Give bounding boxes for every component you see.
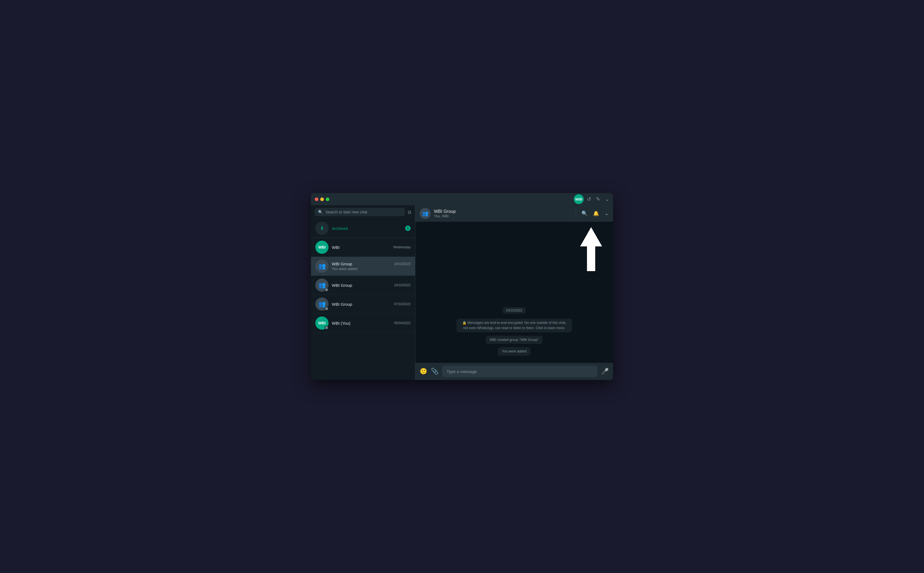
avatar-wbi-group-3: 👥 ↺ [315,297,328,311]
chat-item-wbi-group-3[interactable]: 👥 ↺ WBI Group 07/10/2022 [311,295,415,314]
sidebar-header: 🔍 ⊟ [311,205,415,219]
status-badge-2: ↺ [325,288,328,292]
group-icon-3: 👥 [318,301,326,308]
chat-time-wbi-you: 05/04/2022 [394,321,411,325]
maximize-button[interactable] [326,197,329,201]
chat-time-wbi: Wednesday [393,245,411,249]
encryption-notice-wrapper[interactable]: 🔒 Messages are end-to-end encrypted. No … [432,319,597,332]
chat-header-name: WBI Group [434,209,572,214]
close-button[interactable] [315,197,318,201]
titlebar-icons: ↺ ✎ ⌄ [587,196,609,202]
search-icon: 🔍 [318,210,323,214]
chat-info-wbi-group-2: WBI Group 24/10/2022 [332,283,411,288]
archived-count: 1 [405,225,411,231]
chat-info-wbi-you: WBI (You) 05/04/2022 [332,321,411,326]
group-icon-2: 👥 [318,282,326,289]
chat-messages: 24/10/2022 🔒 Messages are end-to-end enc… [415,222,613,363]
traffic-lights [315,197,329,201]
system-msg-2: You were added [498,347,530,356]
chat-header-subtitle: You, WBI [434,214,572,218]
avatar-wbi-group-2: 👥 ↺ [315,279,328,292]
chat-info-wbi-group-3: WBI Group 07/10/2022 [332,302,411,307]
status-badge-inner-you: ↺ [325,326,328,329]
sidebar: 🔍 ⊟ ⬇ Archived 1 WBI WBI [311,205,415,380]
date-separator: 24/10/2022 [432,307,597,314]
group-icon: 👥 [318,263,326,270]
search-input[interactable] [325,210,402,214]
chat-item-wbi-group-active[interactable]: 👥 WBI Group 24/10/2022 You were added [311,257,415,276]
chat-name-wbi-group-2: WBI Group [332,283,352,288]
mic-icon[interactable]: 🎤 [601,368,609,375]
chat-name-wbi-you: WBI (You) [332,321,350,326]
scroll-up-arrow [580,227,602,275]
system-msg-2-wrapper: You were added [432,347,597,356]
chat-preview-wbi-group-active: You were added [332,267,411,271]
status-badge-3: ↺ [325,307,328,311]
chat-input-bar: 🙂 📎 🎤 [415,363,613,380]
chat-name-wbi-group-3: WBI Group [332,302,352,307]
svg-marker-0 [580,227,602,271]
titlebar-avatar[interactable]: WBI [574,194,584,204]
chat-item-wbi-you[interactable]: WBI ↺ WBI (You) 05/04/2022 [311,314,415,333]
date-badge: 24/10/2022 [503,307,526,314]
archive-icon: ⬇ [315,222,328,235]
status-badge-inner-3: ↺ [325,307,328,310]
search-chat-icon[interactable]: 🔍 [582,210,588,216]
app-body: 🔍 ⊟ ⬇ Archived 1 WBI WBI [311,205,613,380]
app-window: WBI ↺ ✎ ⌄ 🔍 ⊟ ⬇ Archived 1 [311,193,613,380]
chat-main: 👥 WBI Group You, WBI 🔍 🔔 ⌄ [415,205,613,380]
chat-time-wbi-group-2: 24/10/2022 [394,283,411,287]
chat-name-wbi: WBI [332,245,339,250]
search-bar[interactable]: 🔍 [315,208,405,216]
filter-icon[interactable]: ⊟ [408,210,411,215]
chat-info-wbi: WBI Wednesday [332,245,411,250]
chat-item-wbi[interactable]: WBI WBI Wednesday [311,238,415,257]
chat-header-info: WBI Group You, WBI [434,209,572,218]
archived-label: Archived [332,226,402,231]
edit-icon[interactable]: ✎ [596,196,600,202]
refresh-icon[interactable]: ↺ [587,196,591,202]
archived-row[interactable]: ⬇ Archived 1 [311,219,415,238]
chevron-down-icon[interactable]: ⌄ [605,196,609,202]
chat-header-group-icon: 👥 [422,210,428,216]
titlebar: WBI ↺ ✎ ⌄ [311,193,613,205]
status-badge-you: ↺ [325,326,328,330]
attachment-icon[interactable]: 📎 [431,368,438,375]
chat-name-wbi-group-active: WBI Group [332,261,352,266]
system-msg-1: WBI created group "WBI Group" [486,336,543,344]
status-badge-inner-2: ↺ [325,288,328,291]
avatar-wbi: WBI [315,241,328,254]
chat-item-wbi-group-2[interactable]: 👥 ↺ WBI Group 24/10/2022 [311,276,415,295]
chat-header-avatar: 👥 [420,208,431,219]
chat-list: ⬇ Archived 1 WBI WBI Wednesday [311,219,415,380]
chat-time-wbi-group-3: 07/10/2022 [394,302,411,306]
avatar-wbi-you: WBI ↺ [315,316,328,330]
chat-info-wbi-group-active: WBI Group 24/10/2022 You were added [332,261,411,271]
minimize-button[interactable] [320,197,324,201]
menu-chevron-icon[interactable]: ⌄ [605,210,609,216]
notification-icon[interactable]: 🔔 [593,210,599,216]
message-input[interactable] [442,366,597,377]
system-msg-1-wrapper: WBI created group "WBI Group" [432,336,597,344]
encryption-notice: 🔒 Messages are end-to-end encrypted. No … [457,319,572,332]
chat-header[interactable]: 👥 WBI Group You, WBI 🔍 🔔 ⌄ [415,205,613,222]
chat-time-wbi-group-active: 24/10/2022 [394,262,411,266]
emoji-icon[interactable]: 🙂 [420,368,427,375]
avatar-wbi-group-active: 👥 [315,260,328,273]
chat-header-actions: 🔍 🔔 ⌄ [576,209,609,218]
